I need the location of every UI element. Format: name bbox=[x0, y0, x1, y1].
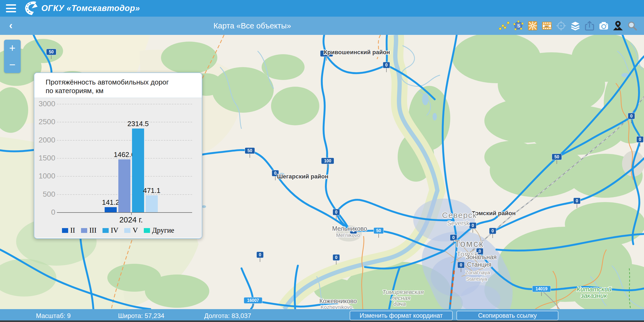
svg-text:50: 50 bbox=[49, 50, 54, 54]
map-label: Мельниково bbox=[332, 225, 367, 232]
map-label: Шегарский район bbox=[277, 173, 328, 180]
svg-text:0: 0 bbox=[492, 229, 494, 233]
x-axis-tick bbox=[131, 212, 132, 215]
map-label: Stantsiya bbox=[466, 276, 487, 282]
zoom-out-button[interactable]: − bbox=[4, 56, 21, 73]
legend-swatch bbox=[62, 228, 68, 233]
y-axis-tick-label: 1000 bbox=[35, 172, 55, 180]
chart-bar-V bbox=[146, 195, 158, 212]
chart-title: Протяжённость автомобильных дорог по кат… bbox=[34, 73, 202, 95]
y-axis-tick-label: 0 bbox=[35, 208, 55, 217]
brand-title: ОГКУ «Томскавтодор» bbox=[41, 3, 140, 13]
chart-bar-III bbox=[118, 159, 130, 212]
window-bottom-edge bbox=[0, 320, 644, 322]
map-label: Китатский bbox=[577, 286, 612, 293]
legend-label: V bbox=[133, 226, 138, 235]
longitude-readout: Долгота: 83,037 bbox=[204, 312, 251, 320]
svg-text:0: 0 bbox=[335, 210, 338, 214]
svg-text:0: 0 bbox=[576, 199, 578, 203]
legend-label: II bbox=[70, 226, 75, 235]
svg-text:0: 0 bbox=[630, 114, 633, 118]
svg-text:S: S bbox=[517, 23, 520, 28]
svg-text:0: 0 bbox=[472, 223, 474, 228]
y-axis-tick-label: 3000 bbox=[35, 100, 55, 108]
map-label: Томский район bbox=[472, 210, 516, 217]
svg-text:0: 0 bbox=[274, 171, 277, 175]
map-label: Кожевниково bbox=[319, 298, 357, 305]
svg-text:100: 100 bbox=[324, 159, 331, 163]
legend-item-IV: IV bbox=[103, 226, 119, 235]
legend-swatch bbox=[103, 228, 109, 233]
legend-label: III bbox=[89, 226, 97, 235]
chart-header: Протяжённость автомобильных дорог по кат… bbox=[34, 73, 202, 98]
tiles-icon[interactable] bbox=[527, 20, 538, 31]
map-label: Зональная bbox=[466, 254, 497, 261]
svg-text:0: 0 bbox=[335, 255, 338, 260]
map-label: Zonal'naya bbox=[465, 270, 490, 275]
legend-item-II: II bbox=[62, 226, 75, 235]
map-label: заказник bbox=[580, 292, 607, 299]
area-measure-icon[interactable]: S bbox=[513, 20, 524, 31]
bar-value-label: 471.1 bbox=[136, 186, 168, 195]
crosshair-icon[interactable] bbox=[556, 20, 566, 31]
map-label: Станция bbox=[467, 261, 492, 268]
toolbar-icons: S 360° bbox=[499, 17, 638, 35]
route-measure-icon[interactable] bbox=[499, 20, 510, 31]
chart-panel: Протяжённость автомобильных дорог по кат… bbox=[34, 72, 202, 239]
svg-text:360°: 360° bbox=[544, 25, 550, 28]
zoom-controls: + − bbox=[4, 40, 21, 73]
legend-label: Другие bbox=[152, 226, 174, 235]
svg-text:0: 0 bbox=[259, 253, 261, 257]
map-toolbar: ‹ Карта «Все объекты» S bbox=[0, 17, 644, 35]
zoom-in-button[interactable]: + bbox=[4, 40, 21, 56]
layers-icon[interactable] bbox=[570, 20, 581, 31]
app-header: ОГКУ «Томскавтодор» bbox=[0, 0, 644, 17]
chart-bar-II bbox=[105, 207, 117, 212]
x-category-label: 2024 г. bbox=[104, 215, 158, 224]
change-coord-format-button[interactable]: Изменить формат координат bbox=[350, 311, 453, 320]
map-title: Карта «Все объекты» bbox=[0, 17, 504, 35]
chart-gridline bbox=[57, 140, 192, 141]
legend-item-III: III bbox=[81, 226, 97, 235]
y-axis-tick-label: 1500 bbox=[35, 154, 55, 162]
map-label: Kozhevnikovo bbox=[321, 304, 352, 309]
svg-text:0: 0 bbox=[479, 249, 481, 254]
svg-text:0: 0 bbox=[639, 137, 641, 142]
y-axis-tick-label: 500 bbox=[35, 190, 55, 199]
bar-value-label: 2314.5 bbox=[122, 120, 154, 128]
camera-icon[interactable] bbox=[598, 20, 609, 31]
brand-logo-road-icon bbox=[24, 1, 39, 16]
export-icon[interactable] bbox=[584, 20, 595, 31]
svg-text:0: 0 bbox=[460, 263, 462, 267]
legend-swatch bbox=[144, 228, 150, 233]
menu-icon[interactable] bbox=[6, 4, 16, 12]
map-label: Кривошеинский район bbox=[324, 49, 390, 56]
svg-text:50: 50 bbox=[554, 155, 559, 159]
map-label: дача bbox=[393, 301, 406, 307]
legend-swatch bbox=[124, 228, 130, 233]
svg-text:50: 50 bbox=[376, 228, 381, 233]
map-label: Seversk bbox=[447, 220, 470, 227]
copy-link-button[interactable]: Скопировать ссылку bbox=[456, 311, 558, 320]
map-label: Mel'nikovo bbox=[336, 232, 360, 238]
svg-text:14019: 14019 bbox=[536, 287, 548, 291]
map-label: Томск bbox=[454, 238, 484, 249]
legend-item-V: V bbox=[124, 226, 138, 235]
legend-item-Другие: Другие bbox=[144, 226, 174, 235]
status-bar: Масштаб: 9 Широта: 57,234 Долгота: 83,03… bbox=[0, 309, 644, 322]
legend-swatch bbox=[81, 228, 87, 233]
chart-plot-area: 050010001500200025003000141.21462.62314.… bbox=[34, 98, 202, 238]
svg-text:16007: 16007 bbox=[247, 298, 259, 303]
chart-legend: IIIIIIVVДругие bbox=[34, 226, 202, 235]
search-icon[interactable] bbox=[627, 20, 638, 31]
video-360-icon[interactable]: 360° bbox=[541, 20, 552, 31]
x-axis-line bbox=[57, 212, 192, 213]
svg-text:0: 0 bbox=[385, 63, 388, 67]
y-axis-tick-label: 2500 bbox=[35, 118, 55, 126]
chart-bar-IV bbox=[132, 129, 144, 212]
map-label: Северск bbox=[442, 211, 477, 219]
placemark-icon[interactable] bbox=[613, 20, 623, 31]
svg-text:50: 50 bbox=[247, 148, 252, 153]
legend-label: IV bbox=[111, 226, 119, 235]
y-axis-tick-label: 2000 bbox=[35, 136, 55, 144]
